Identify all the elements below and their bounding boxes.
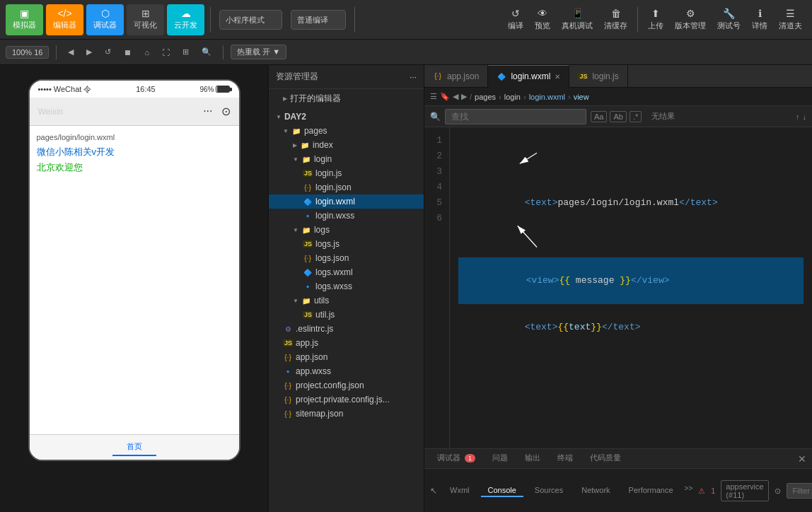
close-tab-btn[interactable]: ✕: [555, 73, 560, 81]
preview-btn[interactable]: 👁 预览: [530, 6, 555, 33]
breadcrumb-icon: ☰: [430, 92, 437, 101]
real-debug-icon: 📱: [572, 8, 584, 19]
stop-btn[interactable]: ⏹: [120, 47, 136, 58]
search-icon: 🔍: [430, 112, 441, 122]
search-prev[interactable]: ↑: [796, 112, 800, 121]
json-icon: {·}: [283, 382, 293, 390]
bottom-tab-output[interactable]: 输出: [518, 450, 547, 467]
regex-btn[interactable]: .*: [630, 111, 642, 122]
layout-btn[interactable]: ⊞: [178, 46, 193, 58]
bottom-tab-problems[interactable]: 问题: [485, 450, 515, 467]
tree-item-sitemap[interactable]: {·} sitemap.json: [269, 407, 424, 421]
tree-item-logs-json[interactable]: {·} logs.json: [269, 251, 424, 265]
bottom-console: ↖ Wxml Console Sources Network Performan…: [424, 469, 812, 512]
back-btn[interactable]: ◀: [64, 46, 78, 58]
debug-btn[interactable]: ⬡ 调试器: [86, 4, 124, 35]
phone-footer-tab[interactable]: 首页: [112, 438, 156, 456]
inspect-btn[interactable]: 🔍: [197, 46, 216, 58]
compile-select[interactable]: 普通编译: [291, 10, 346, 30]
tree-item-logs-wxml[interactable]: 🔷 logs.wxml: [269, 265, 424, 279]
top-toolbar: ▣ 模拟器 </> 编辑器 ⬡ 调试器 ⊞ 可视化 ☁ 云开发 小程序模式 普通…: [0, 0, 812, 40]
breadcrumb-pages[interactable]: pages: [475, 93, 496, 101]
explorer-more-icon[interactable]: ···: [410, 72, 417, 82]
tree-item-project-config[interactable]: {·} project.config.json: [269, 378, 424, 392]
explorer-header: 资源管理器 ···: [269, 65, 424, 89]
open-editors-chevron: [283, 95, 287, 102]
console-tab-console[interactable]: Console: [481, 484, 523, 497]
breadcrumb-forward[interactable]: ▶: [461, 92, 467, 101]
whole-word-btn[interactable]: Ab: [610, 111, 626, 122]
tab-login-js[interactable]: JS login.js: [569, 65, 627, 88]
project-header[interactable]: DAY2: [269, 110, 424, 124]
filter-input[interactable]: [787, 483, 812, 499]
close-bottom-panel[interactable]: ✕: [798, 453, 806, 465]
phone-nav-icons: ··· ⊙: [203, 105, 230, 118]
breadcrumb-login[interactable]: login: [504, 93, 521, 101]
tree-item-logs-js[interactable]: JS logs.js: [269, 237, 424, 251]
refresh-btn[interactable]: ↺: [100, 46, 115, 58]
tree-item-app-json[interactable]: {·} app.json: [269, 350, 424, 364]
tree-item-app-js[interactable]: JS app.js: [269, 336, 424, 350]
open-editors-header[interactable]: 打开的编辑器: [269, 91, 424, 107]
simulator-icon: ▣: [20, 8, 29, 18]
compile-btn[interactable]: ↺ 编译: [504, 6, 528, 33]
cloud-btn[interactable]: ☁ 云开发: [167, 4, 204, 35]
details-btn[interactable]: ℹ 详情: [748, 6, 772, 33]
zoom-display: 100% 16: [6, 46, 49, 59]
js-icon: JS: [283, 339, 293, 347]
tab-app-json[interactable]: {·} app.json: [424, 65, 488, 88]
tree-item-login-wxss[interactable]: 🔹 login.wxss: [269, 209, 424, 223]
search-input[interactable]: [445, 109, 586, 124]
tree-item-eslint[interactable]: ⚙ .eslintrc.js: [269, 322, 424, 336]
bottom-tab-quality[interactable]: 代码质量: [583, 450, 628, 467]
real-debug-btn[interactable]: 📱 真机调试: [557, 6, 597, 33]
tree-item-login-wxml[interactable]: 🔷 login.wxml: [269, 194, 424, 209]
phone-camera-icon[interactable]: ⊙: [221, 105, 231, 118]
js-icon: JS: [303, 240, 313, 248]
console-tab-performance[interactable]: Performance: [622, 484, 680, 497]
tree-item-login[interactable]: 📁 login: [269, 152, 424, 166]
more-btn[interactable]: ☰ 清道夫: [775, 6, 806, 33]
tree-item-project-private[interactable]: {·} project.private.config.js...: [269, 392, 424, 407]
console-tab-sources[interactable]: Sources: [528, 484, 570, 497]
console-tab-wxml[interactable]: Wxml: [443, 484, 477, 497]
version-btn[interactable]: ⚙ 版本管理: [671, 6, 710, 33]
test-btn[interactable]: 🔧 测试号: [713, 6, 745, 33]
tree-item-util-js[interactable]: JS util.js: [269, 308, 424, 322]
json-icon: {·}: [303, 184, 313, 192]
breadcrumb-wxml[interactable]: login.wxml: [529, 93, 565, 101]
upload-btn[interactable]: ⬆ 上传: [644, 6, 668, 33]
mode-select[interactable]: 小程序模式: [219, 10, 282, 30]
hot-reload-toggle[interactable]: 热重载 开 ▼: [231, 45, 286, 59]
breadcrumb-view[interactable]: view: [574, 93, 589, 101]
breadcrumb-back[interactable]: ◀: [453, 92, 458, 101]
sec-sep-2: [223, 45, 224, 59]
tree-item-logs[interactable]: 📁 logs: [269, 223, 424, 237]
console-tab-network[interactable]: Network: [574, 484, 617, 497]
js-icon: JS: [303, 311, 313, 318]
appservice-selector[interactable]: appservice (#11): [721, 480, 768, 501]
code-content[interactable]: <text>pages/login/login.wxml</text> <vie…: [450, 127, 812, 448]
bottom-tab-debugger[interactable]: 调试器 1: [430, 450, 482, 467]
tree-item-pages[interactable]: 📁 pages: [269, 124, 424, 138]
bottom-tab-terminal[interactable]: 终端: [550, 450, 580, 467]
tab-login-wxml[interactable]: 🔷 login.wxml ✕: [488, 65, 569, 88]
clear-cache-btn[interactable]: 🗑 清缓存: [600, 6, 632, 33]
more-console-tabs[interactable]: >>: [685, 484, 693, 497]
screen-btn[interactable]: ⛶: [158, 47, 174, 58]
visualize-btn[interactable]: ⊞ 可视化: [127, 4, 164, 35]
editor-btn[interactable]: </> 编辑器: [46, 4, 83, 35]
home-btn[interactable]: ⌂: [140, 47, 153, 58]
tree-item-login-js[interactable]: JS login.js: [269, 166, 424, 180]
tree-item-logs-wxss[interactable]: 🔹 logs.wxss: [269, 279, 424, 293]
tree-item-index[interactable]: 📁 index: [269, 138, 424, 152]
phone-menu-icon[interactable]: ···: [203, 105, 212, 118]
forward-btn[interactable]: ▶: [82, 46, 96, 58]
tree-item-app-wxss[interactable]: 🔹 app.wxss: [269, 364, 424, 378]
simulator-btn[interactable]: ▣ 模拟器: [6, 4, 43, 35]
editor-tabs: {·} app.json 🔷 login.wxml ✕ JS login.js: [424, 65, 812, 88]
tree-item-utils[interactable]: 📁 utils: [269, 293, 424, 308]
tree-item-login-json[interactable]: {·} login.json: [269, 180, 424, 194]
case-sensitive-btn[interactable]: Aa: [591, 111, 607, 122]
search-next[interactable]: ↓: [803, 112, 807, 121]
